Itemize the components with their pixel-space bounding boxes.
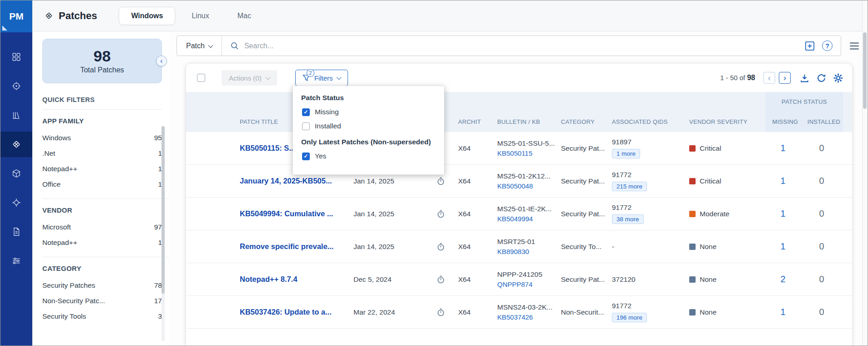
missing-count[interactable]: 1 [766, 209, 805, 219]
qid: - [612, 243, 689, 251]
kb-link[interactable]: KB5050115 [497, 149, 556, 157]
sidebar-item-deployment[interactable] [0, 161, 32, 186]
quick-filters-panel: 98 Total Patches ‹ QUICK FILTERS APP FAM… [32, 31, 169, 346]
missing-count[interactable]: 2 [766, 274, 805, 285]
download-icon[interactable] [800, 73, 809, 83]
add-icon[interactable] [805, 41, 815, 51]
total-patches-label: Total Patches [80, 66, 124, 74]
filter-item-non-security[interactable]: Non-Security Patc... 17 [42, 293, 162, 309]
patch-title-link[interactable]: Remove specific prevale... [240, 242, 333, 250]
popup-section-title: Patch Status [301, 94, 436, 102]
filter-section-vendor: VENDOR Microsoft 97 Notepad++ 1 [42, 198, 169, 257]
filter-item-security-tools[interactable]: Security Tools 3 [42, 309, 162, 324]
kb-link[interactable]: KB5037426 [497, 313, 556, 321]
sidebar-item-admin[interactable] [0, 248, 32, 274]
col-architecture[interactable]: ARCHIT [458, 118, 497, 125]
app-logo[interactable]: PM [0, 0, 32, 32]
gear-icon[interactable] [833, 73, 843, 83]
patch-title-link[interactable]: KB5037426: Update to a... [240, 308, 332, 316]
total-patches-count: 98 [94, 48, 111, 65]
filter-item-notepad[interactable]: Notepad++ 1 [42, 161, 162, 177]
patch-list-card: Actions (0) 2 Filters [186, 64, 852, 346]
table-row: KB5050115: S... X64 MS25-01-SSU-5...KB50… [186, 132, 852, 165]
search-scope-dropdown[interactable]: Patch [177, 36, 222, 56]
patches-title-icon [44, 11, 54, 20]
deployment-icon [11, 168, 21, 178]
col-bulletin-kb[interactable]: BULLETIN / KB [497, 118, 561, 125]
filter-option-installed[interactable]: Installed [302, 122, 436, 130]
sidebar-item-scan[interactable] [0, 73, 32, 99]
bulletin-id: MS25-01-2K12... [497, 172, 556, 180]
collapse-panel-button[interactable]: ‹ [156, 56, 167, 66]
installed-count: 0 [805, 176, 843, 186]
sidebar-item-patch-catalog[interactable] [0, 190, 32, 215]
search-input[interactable] [239, 42, 805, 50]
qid-more-chip[interactable]: 1 more [612, 149, 640, 158]
patch-title-link[interactable]: Notepad++ 8.7.4 [240, 275, 298, 283]
filter-count: 95 [154, 134, 162, 142]
filter-option-missing[interactable]: Missing [302, 108, 436, 116]
sidebar-item-inventory[interactable] [0, 102, 32, 128]
qid-more-chip[interactable]: 196 more [612, 313, 647, 322]
missing-count[interactable]: 1 [766, 143, 805, 153]
refresh-icon[interactable] [817, 73, 826, 83]
col-missing[interactable]: MISSING [766, 111, 805, 132]
checkbox[interactable] [302, 122, 310, 130]
severity-label: Critical [700, 177, 721, 185]
chevron-down-icon [336, 75, 341, 80]
bulletin-id: MSRT25-01 [497, 238, 556, 246]
checkbox[interactable] [302, 108, 310, 116]
pagination-range: 1 - 50 of 98 [720, 74, 755, 82]
patch-title-link[interactable]: KB5050115: S... [240, 144, 295, 152]
sidebar-item-dashboard[interactable] [0, 44, 32, 70]
kb-link[interactable]: KB5050048 [497, 182, 556, 190]
patch-title-link[interactable]: January 14, 2025-KB505... [240, 177, 332, 185]
col-category[interactable]: CATEGORY [561, 118, 612, 125]
table-row: KB5049994: Cumulative ... Jan 14, 2025 X… [186, 198, 852, 230]
checkbox[interactable] [302, 153, 310, 160]
tab-mac[interactable]: Mac [226, 7, 263, 25]
filter-item-microsoft[interactable]: Microsoft 97 [42, 219, 162, 235]
sidebar-item-patches[interactable] [0, 132, 32, 157]
col-associated-qids[interactable]: ASSOCIATED QIDS [612, 118, 689, 125]
timer-icon [436, 177, 454, 186]
tab-windows[interactable]: Windows [119, 7, 175, 25]
release-date: Jan 14, 2025 [353, 177, 436, 185]
severity-label: None [700, 243, 717, 251]
actions-button[interactable]: Actions (0) [222, 70, 277, 86]
prev-page-button[interactable]: ‹ [763, 72, 775, 84]
qid-more-chip[interactable]: 38 more [612, 214, 644, 224]
filter-count: 78 [154, 281, 162, 290]
col-vendor-severity[interactable]: VENDOR SEVERITY [689, 118, 766, 125]
filter-item-windows[interactable]: Windows 95 [42, 130, 162, 146]
select-all-checkbox[interactable] [197, 74, 205, 82]
search-bar: Patch ? [177, 36, 841, 56]
filter-item-office[interactable]: Office 1 [42, 177, 162, 192]
architecture: X64 [458, 177, 497, 185]
filter-item-notepad-vendor[interactable]: Notepad++ 1 [42, 235, 162, 250]
missing-count[interactable]: 1 [766, 176, 805, 186]
next-page-button[interactable]: › [779, 72, 791, 84]
top-header: Patches Windows Linux Mac [32, 0, 868, 31]
qid-more-chip[interactable]: 215 more [612, 182, 647, 191]
missing-count[interactable]: 1 [766, 241, 805, 252]
page-scrollbar-thumb[interactable] [863, 32, 867, 109]
menu-icon[interactable] [848, 40, 860, 52]
filter-item-security-patches[interactable]: Security Patches 78 [42, 278, 162, 293]
filter-option-latest-yes[interactable]: Yes [302, 152, 436, 160]
panel-scrollbar-thumb[interactable] [161, 126, 165, 294]
missing-count[interactable]: 1 [766, 307, 805, 317]
help-icon[interactable]: ? [822, 41, 833, 51]
section-title: VENDOR [42, 206, 162, 214]
col-installed[interactable]: INSTALLED [805, 111, 843, 132]
filter-item-dotnet[interactable]: .Net 1 [42, 146, 162, 161]
sidebar-item-reports[interactable] [0, 219, 32, 244]
patch-title-link[interactable]: KB5049994: Cumulative ... [240, 209, 333, 218]
severity-swatch [689, 244, 696, 250]
tab-linux[interactable]: Linux [180, 7, 221, 25]
filters-button[interactable]: 2 Filters [295, 70, 348, 86]
kb-link[interactable]: KB890830 [497, 248, 556, 255]
kb-link[interactable]: KB5049994 [497, 215, 556, 223]
kb-link[interactable]: QNPPP874 [497, 280, 556, 288]
inventory-icon [11, 110, 21, 120]
